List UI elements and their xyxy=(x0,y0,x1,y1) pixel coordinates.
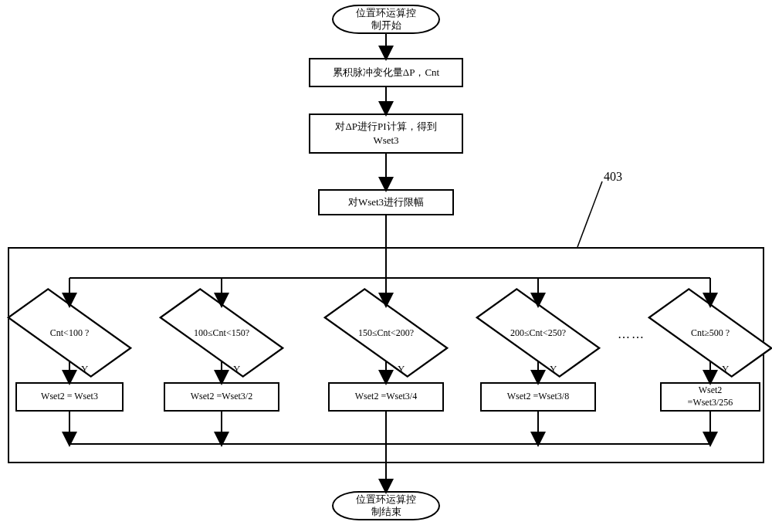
decision-2: 100≤Cnt<150? xyxy=(160,305,283,361)
action-4-label: Wset2 =Wset3/8 xyxy=(507,391,569,403)
action-5: Wset2 =Wset3/256 xyxy=(660,382,760,412)
action-3: Wset2 =Wset3/4 xyxy=(328,382,444,412)
decision-1: Cnt<100 ? xyxy=(8,305,131,361)
decision-4-yes: Y xyxy=(550,363,557,375)
process-limit: 对Wset3进行限幅 xyxy=(318,189,454,215)
start-terminator: 位置环运算控 制开始 xyxy=(332,5,440,34)
action-3-label: Wset2 =Wset3/4 xyxy=(355,391,417,403)
start-label: 位置环运算控 制开始 xyxy=(356,7,416,31)
ellipsis-label: …… xyxy=(618,327,645,341)
action-5-label: Wset2 =Wset3/256 xyxy=(688,385,733,408)
decision-5-yes: Y xyxy=(722,363,729,375)
end-terminator: 位置环运算控 制结束 xyxy=(332,491,440,520)
process-accumulate: 累积脉冲变化量ΔP，Cnt xyxy=(309,58,463,87)
action-1-label: Wset2 = Wset3 xyxy=(41,391,98,403)
process-pi: 对ΔP进行PI计算，得到 Wset3 xyxy=(309,114,463,154)
decision-3: 150≤Cnt<200? xyxy=(324,305,448,361)
decision-1-cond: Cnt<100 ? xyxy=(8,305,131,361)
decision-4: 200≤Cnt<250? xyxy=(476,305,600,361)
decision-3-cond: 150≤Cnt<200? xyxy=(324,305,448,361)
frame-ref-label: 403 xyxy=(604,170,622,184)
process-pi-label: 对ΔP进行PI计算，得到 Wset3 xyxy=(335,120,436,147)
flowchart-canvas: 位置环运算控 制开始 累积脉冲变化量ΔP，Cnt 对ΔP进行PI计算，得到 Ws… xyxy=(0,0,772,532)
decision-5: Cnt≥500 ? xyxy=(648,305,772,361)
end-label: 位置环运算控 制结束 xyxy=(356,493,416,517)
action-4: Wset2 =Wset3/8 xyxy=(480,382,596,412)
action-2: Wset2 =Wset3/2 xyxy=(164,382,279,412)
decision-1-yes: Y xyxy=(81,363,88,375)
decision-5-cond: Cnt≥500 ? xyxy=(648,305,772,361)
decision-4-cond: 200≤Cnt<250? xyxy=(476,305,600,361)
process-accumulate-label: 累积脉冲变化量ΔP，Cnt xyxy=(333,66,439,80)
action-2-label: Wset2 =Wset3/2 xyxy=(191,391,252,403)
svg-line-22 xyxy=(577,181,602,247)
decision-2-yes: Y xyxy=(233,363,240,375)
process-limit-label: 对Wset3进行限幅 xyxy=(348,195,424,209)
action-1: Wset2 = Wset3 xyxy=(15,382,124,412)
decision-3-yes: Y xyxy=(398,363,405,375)
decision-2-cond: 100≤Cnt<150? xyxy=(160,305,283,361)
